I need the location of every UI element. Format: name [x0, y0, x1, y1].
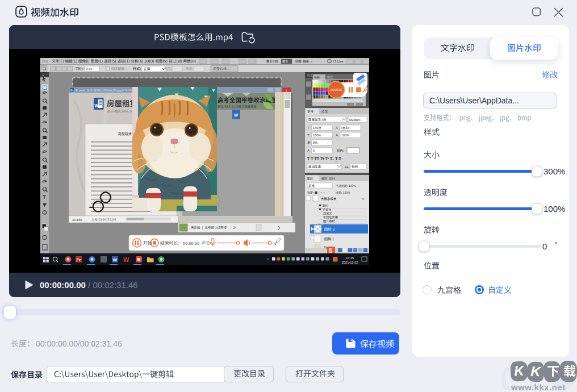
svg-text:A: A [336, 126, 338, 130]
svg-text:A: A [307, 149, 310, 152]
svg-text:00:00:00: 00:00:00 [331, 88, 342, 91]
svg-text:W: W [234, 112, 239, 118]
svg-text:W: W [95, 103, 100, 109]
svg-text:S: S [329, 248, 333, 254]
svg-text:100%: 100% [341, 134, 349, 137]
svg-text:A: A [336, 134, 338, 137]
svg-text:aa: aa [345, 165, 349, 169]
svg-text:T: T [307, 134, 310, 137]
svg-text:Ps: Ps [42, 59, 48, 64]
svg-text:Fz: Fz [77, 258, 81, 262]
svg-text:0 px: 0 px [86, 67, 93, 70]
svg-text:T: T [307, 126, 310, 130]
svg-text:100%: 100% [313, 134, 321, 137]
svg-text:fx: fx [362, 197, 364, 201]
svg-text:W: W [113, 257, 118, 262]
svg-text:2021-11-12: 2021-11-12 [342, 261, 358, 264]
svg-text:W: W [123, 256, 129, 263]
svg-text:Ps: Ps [70, 89, 74, 92]
svg-text:0: 0 [313, 149, 315, 152]
svg-text:T: T [43, 194, 46, 200]
svg-text:x: x [286, 89, 287, 92]
svg-text:0%: 0% [313, 141, 317, 144]
svg-text:33.33%: 33.33% [72, 218, 82, 222]
svg-text:17:36: 17:36 [346, 256, 354, 260]
svg-text:T T TT Tt T¹ T₁ T T: T T TT Tt T¹ T₁ T T [307, 157, 341, 161]
svg-text:Medium: Medium [349, 118, 361, 122]
svg-text:00:00:00: 00:00:00 [183, 241, 199, 246]
